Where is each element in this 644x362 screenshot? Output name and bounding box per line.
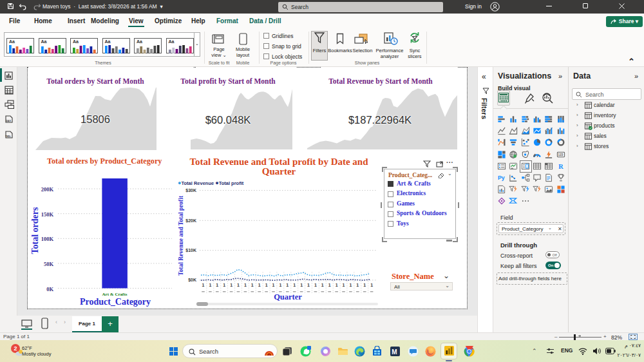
svg-text:DAX: DAX bbox=[6, 120, 11, 122]
svg-text:TMDL: TMDL bbox=[5, 135, 11, 138]
svg-text:Py: Py bbox=[498, 175, 505, 181]
svg-text:123: 123 bbox=[558, 153, 563, 157]
svg-text:M: M bbox=[392, 348, 397, 356]
svg-text:R: R bbox=[558, 163, 564, 170]
